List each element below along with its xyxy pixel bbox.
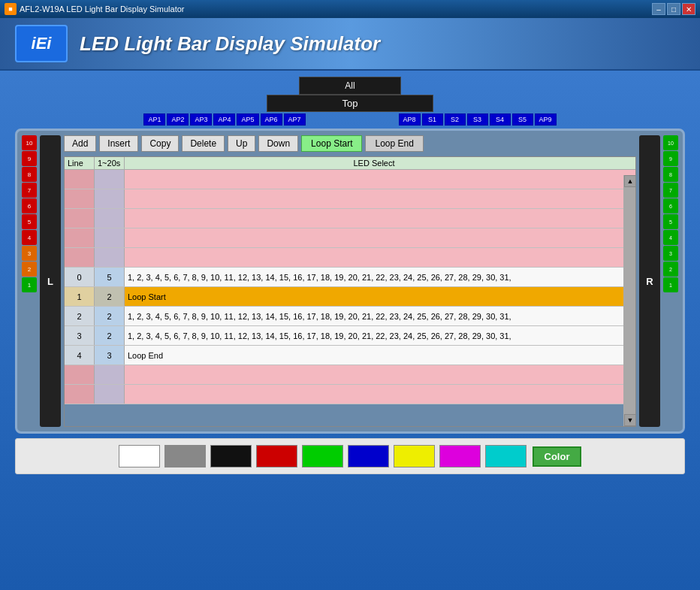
- cell-time-9: 3: [95, 346, 125, 365]
- table-row[interactable]: [65, 385, 635, 404]
- right-panel[interactable]: R: [639, 135, 660, 427]
- cell-time-10: [95, 365, 125, 384]
- right-led-0[interactable]: 10: [663, 135, 678, 150]
- cell-time-2: [95, 209, 125, 228]
- right-led-4[interactable]: 6: [663, 198, 678, 213]
- right-led-9[interactable]: 1: [663, 277, 678, 292]
- right-led-3[interactable]: 7: [663, 183, 678, 198]
- table-row[interactable]: 051, 2, 3, 4, 5, 6, 7, 8, 9, 10, 11, 12,…: [65, 268, 635, 287]
- color-swatch-4[interactable]: [302, 445, 343, 467]
- right-led-2[interactable]: 8: [663, 167, 678, 182]
- col-led-select: LED Select: [125, 157, 623, 169]
- maximize-button[interactable]: □: [667, 3, 680, 15]
- left-led-3[interactable]: 7: [22, 183, 37, 198]
- add-button[interactable]: Add: [64, 135, 96, 152]
- up-button[interactable]: Up: [228, 135, 255, 152]
- titlebar: ■ AFL2-W19A LED Light Bar Display Simula…: [0, 0, 700, 18]
- color-button[interactable]: Color: [533, 446, 582, 467]
- cell-time-5: 5: [95, 268, 125, 286]
- right-led-8[interactable]: 2: [663, 262, 678, 277]
- delete-button[interactable]: Delete: [182, 135, 225, 152]
- led-top-left-1[interactable]: AP2: [167, 113, 189, 126]
- table-row[interactable]: [65, 228, 635, 248]
- led-top-right-5[interactable]: S5: [512, 113, 533, 126]
- right-led-1[interactable]: 9: [663, 151, 678, 166]
- led-top-left-3[interactable]: AP4: [213, 113, 235, 126]
- cell-time-4: [95, 248, 125, 267]
- right-led-7[interactable]: 3: [663, 246, 678, 261]
- cell-line-0: [65, 170, 95, 189]
- down-button[interactable]: Down: [258, 135, 298, 152]
- left-led-1[interactable]: 9: [22, 151, 37, 166]
- left-led-7[interactable]: 3: [22, 246, 37, 261]
- cell-content-11: [125, 385, 623, 404]
- left-led-4[interactable]: 6: [22, 198, 37, 213]
- all-button[interactable]: All: [299, 77, 400, 95]
- left-panel[interactable]: L: [40, 135, 61, 427]
- led-top-right-1[interactable]: S1: [422, 113, 443, 126]
- table-row[interactable]: [65, 209, 635, 228]
- led-group-right: AP8S1S2S3S4S5AP9: [399, 113, 557, 126]
- color-swatch-8[interactable]: [485, 445, 527, 467]
- close-button[interactable]: ✕: [682, 3, 695, 15]
- cell-line-4: [65, 248, 95, 267]
- led-top-left-5[interactable]: AP6: [261, 113, 282, 126]
- left-led-2[interactable]: 8: [22, 167, 37, 182]
- left-led-8[interactable]: 2: [22, 262, 37, 277]
- left-led-0[interactable]: 10: [22, 135, 37, 150]
- copy-button[interactable]: Copy: [141, 135, 179, 152]
- led-top-right-2[interactable]: S2: [445, 113, 466, 126]
- right-led-6[interactable]: 4: [663, 230, 678, 245]
- scrollbar[interactable]: ▲ ▼: [623, 175, 635, 426]
- top-label-container: Top: [8, 98, 692, 109]
- table-row[interactable]: 321, 2, 3, 4, 5, 6, 7, 8, 9, 10, 11, 12,…: [65, 326, 635, 346]
- cell-line-8: 3: [65, 326, 95, 345]
- table-row[interactable]: [65, 248, 635, 268]
- loop-start-button[interactable]: Loop Start: [301, 135, 362, 152]
- color-swatch-5[interactable]: [348, 445, 389, 467]
- table-row[interactable]: [65, 170, 635, 189]
- left-led-9[interactable]: 1: [22, 277, 37, 292]
- table-row[interactable]: [65, 189, 635, 209]
- table-row[interactable]: [65, 365, 635, 385]
- titlebar-buttons: – □ ✕: [652, 3, 695, 15]
- table-row[interactable]: 43Loop End: [65, 346, 635, 365]
- led-top-right-4[interactable]: S4: [490, 113, 511, 126]
- cell-time-8: 2: [95, 326, 125, 345]
- cell-content-10: [125, 365, 623, 384]
- color-swatch-1[interactable]: [164, 445, 206, 467]
- loop-end-button[interactable]: Loop End: [365, 135, 423, 152]
- led-top-row: AP1AP2AP3AP4AP5AP6AP7 AP8S1S2S3S4S5AP9: [8, 113, 692, 126]
- table-row-container-11: [65, 385, 635, 404]
- table-row-container-7: 221, 2, 3, 4, 5, 6, 7, 8, 9, 10, 11, 12,…: [65, 307, 635, 326]
- right-led-5[interactable]: 5: [663, 214, 678, 229]
- header: iEi LED Light Bar Display Simulator: [0, 18, 700, 71]
- left-led-5[interactable]: 5: [22, 214, 37, 229]
- led-top-left-2[interactable]: AP3: [190, 113, 212, 126]
- scroll-down-button[interactable]: ▼: [624, 414, 636, 426]
- cell-time-7: 2: [95, 307, 125, 325]
- color-row: Color: [15, 438, 685, 474]
- led-top-right-6[interactable]: AP9: [535, 113, 557, 126]
- color-swatch-2[interactable]: [210, 445, 252, 467]
- color-swatch-6[interactable]: [394, 445, 435, 467]
- table-row[interactable]: 221, 2, 3, 4, 5, 6, 7, 8, 9, 10, 11, 12,…: [65, 307, 635, 326]
- led-top-right-3[interactable]: S3: [467, 113, 488, 126]
- cell-time-1: [95, 189, 125, 208]
- led-top-left-4[interactable]: AP5: [237, 113, 258, 126]
- table-header: Line 1~20s LED Select: [65, 157, 635, 170]
- insert-button[interactable]: Insert: [99, 135, 138, 152]
- color-swatch-3[interactable]: [256, 445, 297, 467]
- table-wrapper: Line 1~20s LED Select 051, 2, 3, 4, 5, 6…: [64, 156, 636, 427]
- color-swatch-7[interactable]: [439, 445, 481, 467]
- led-top-right-0[interactable]: AP8: [399, 113, 421, 126]
- minimize-button[interactable]: –: [652, 3, 665, 15]
- table-row[interactable]: 12Loop Start: [65, 287, 635, 307]
- led-top-left-6[interactable]: AP7: [284, 113, 306, 126]
- led-top-left-0[interactable]: AP1: [143, 113, 165, 126]
- scroll-up-button[interactable]: ▲: [624, 175, 636, 187]
- cell-time-0: [95, 170, 125, 189]
- left-led-6[interactable]: 4: [22, 230, 37, 245]
- logo: iEi: [15, 25, 68, 62]
- color-swatch-0[interactable]: [119, 445, 160, 467]
